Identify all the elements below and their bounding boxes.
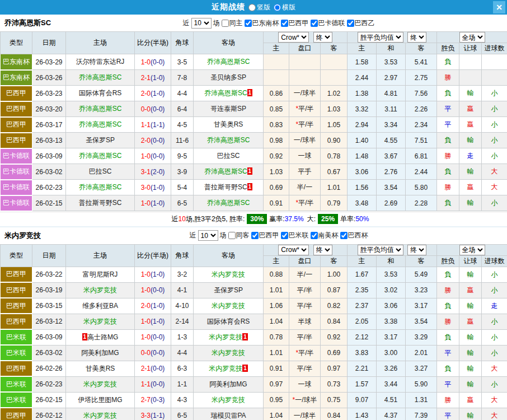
wdl-group-header: 胜平负均值 终 bbox=[348, 244, 437, 255]
corner-count: 4-1 bbox=[171, 282, 194, 298]
layout-horizontal-option[interactable]: 横版 bbox=[274, 3, 295, 12]
league-label: 巴西甲 bbox=[289, 18, 309, 28]
league-checkbox[interactable] bbox=[281, 232, 288, 239]
home-team-cell: 米内罗竞技 bbox=[66, 376, 135, 392]
league-checkbox[interactable] bbox=[347, 20, 354, 27]
league-filter-option[interactable]: 巴西甲 bbox=[251, 231, 279, 240]
league-filter-option[interactable]: 巴西乙 bbox=[347, 18, 375, 28]
close-button[interactable]: ✕ bbox=[493, 1, 505, 13]
col-handicap-line: 盘口 bbox=[289, 43, 321, 54]
league-filter-option[interactable]: 巴米联 bbox=[281, 231, 309, 240]
col-odds-draw: 和 bbox=[377, 255, 406, 267]
league-filter-option[interactable]: 巴西杯 bbox=[340, 231, 368, 240]
layout-vertical-option[interactable]: 竖版 bbox=[248, 3, 270, 12]
handicap-away-odds bbox=[321, 54, 348, 70]
handicap-line: 平/半 bbox=[289, 361, 321, 376]
handicap-line-text: 一球 bbox=[298, 380, 312, 388]
table-row: 巴米联 26-03-02 阿美利加MG 0-0(0-0) 4-4 米内罗竞技 1… bbox=[1, 345, 507, 361]
bookmaker-select[interactable]: Crow* bbox=[278, 32, 309, 43]
scope-select[interactable]: 全场 bbox=[459, 32, 485, 43]
corner-count: 4-4 bbox=[171, 345, 194, 361]
same-venue-option[interactable]: 同客 bbox=[228, 231, 250, 240]
fulltime-score: 0-0 bbox=[141, 349, 151, 357]
wdl-average-select[interactable]: 胜平负均值 bbox=[358, 245, 403, 255]
match-date: 26-03-13 bbox=[32, 133, 66, 148]
odds-away: 2.01 bbox=[406, 345, 437, 361]
match-count-select[interactable]: 10 bbox=[198, 230, 218, 241]
league-checkbox[interactable] bbox=[251, 232, 259, 239]
home-team-cell: 米内罗竞技 bbox=[66, 408, 135, 420]
scope-select[interactable]: 全场 bbox=[459, 245, 485, 255]
result-goals: 小 bbox=[482, 267, 507, 282]
league-badge: 巴东南杯 bbox=[1, 70, 32, 86]
league-checkbox[interactable] bbox=[245, 20, 252, 27]
corner-count: 4-5 bbox=[171, 117, 194, 133]
result-handicap: 贏 bbox=[459, 101, 482, 117]
odds-draw: 3.38 bbox=[377, 314, 406, 329]
odds-away: 3.27 bbox=[406, 361, 437, 376]
home-team: 乔沛高恩斯SC bbox=[79, 105, 122, 113]
handicap-home-odds: 1.04 bbox=[264, 408, 289, 420]
near-label: 近 bbox=[183, 18, 190, 28]
result-outcome: 負 bbox=[437, 195, 459, 211]
odds-home: 3.32 bbox=[348, 101, 377, 117]
same-venue-checkbox[interactable] bbox=[228, 232, 236, 239]
same-venue-checkbox[interactable] bbox=[222, 20, 229, 27]
home-team: 圣保罗SP bbox=[86, 136, 115, 144]
league-label: 巴米联 bbox=[289, 231, 309, 240]
col-date: 日期 bbox=[32, 244, 66, 267]
corner-count: 7-8 bbox=[171, 70, 194, 86]
col-goals-result: 进球数 bbox=[482, 43, 507, 54]
league-checkbox[interactable] bbox=[340, 232, 348, 239]
final-odds-select[interactable]: 终 bbox=[407, 32, 426, 43]
league-checkbox[interactable] bbox=[281, 20, 288, 27]
same-venue-option[interactable]: 同主 bbox=[222, 18, 243, 28]
handicap-line-text: 一球 bbox=[298, 152, 312, 160]
handicap-line-text: 一/球半 bbox=[295, 396, 317, 404]
vertical-layout-radio[interactable] bbox=[248, 4, 256, 11]
result-handicap: 輸 bbox=[459, 361, 482, 376]
halftime-score: (1-0) bbox=[151, 199, 165, 207]
table-row: 巴东南杯 26-03-29 沃尔特雷东达RJ 1-0(0-0) 3-5 乔沛高恩… bbox=[1, 54, 507, 70]
handicap-away-odds: 0.75 bbox=[321, 392, 348, 408]
home-team-cell: 伊塔比里图MG bbox=[66, 392, 135, 408]
same-venue-label: 同客 bbox=[236, 231, 250, 240]
odds-draw: 3.02 bbox=[377, 282, 406, 298]
league-filter-option[interactable]: 巴西甲 bbox=[281, 18, 309, 28]
results-table: 类型 日期 主场 比分(半场) 角球 客场 Crow* 终 胜平负均值 终 bbox=[0, 31, 507, 212]
corner-count: 6-4 bbox=[171, 101, 194, 117]
wdl-average-select[interactable]: 胜平负均值 bbox=[358, 32, 403, 43]
league-badge: 巴米联 bbox=[1, 376, 32, 392]
league-label: 南美杯 bbox=[318, 231, 339, 240]
league-filter-option[interactable]: 巴东南杯 bbox=[245, 18, 279, 28]
match-count-select[interactable]: 10 bbox=[191, 18, 212, 29]
match-date: 26-03-17 bbox=[32, 117, 66, 133]
away-team: 米内罗竞技 bbox=[212, 302, 245, 310]
halftime-score: (1-0) bbox=[151, 184, 165, 192]
bookmaker-select[interactable]: Crow* bbox=[278, 245, 309, 255]
final-odds-select[interactable]: 终 bbox=[313, 245, 332, 255]
results-table: 类型 日期 主场 比分(半场) 角球 客场 Crow* 终 胜平负均值 终 bbox=[0, 244, 507, 420]
result-handicap: 走 bbox=[459, 148, 482, 164]
away-team-cell: 乔沛高恩斯SC1 bbox=[194, 86, 264, 101]
final-odds-select[interactable]: 终 bbox=[407, 245, 426, 255]
odds-draw: 3.53 bbox=[377, 267, 406, 282]
handicap-line-text: 一/球半 bbox=[294, 136, 316, 144]
handicap-away-odds: 1.03 bbox=[321, 101, 348, 117]
league-badge: 巴西甲 bbox=[1, 408, 32, 420]
home-team: 乔沛高恩斯SC bbox=[79, 120, 122, 128]
league-checkbox[interactable] bbox=[311, 20, 318, 27]
odds-away: 7.39 bbox=[406, 408, 437, 420]
away-team-cell: 圣保罗SP bbox=[194, 282, 264, 298]
col-score: 比分(半场) bbox=[135, 32, 171, 54]
horizontal-layout-radio[interactable] bbox=[274, 4, 281, 11]
table-row: 巴卡德联 26-03-02 巴拉SC 3-1(2-0) 3-9 乔沛高恩斯SC1… bbox=[1, 164, 507, 180]
league-checkbox[interactable] bbox=[311, 232, 318, 239]
result-goals: 小 bbox=[482, 329, 507, 345]
handicap-line: 平/半 bbox=[289, 282, 321, 298]
table-row: 巴西甲 26-03-20 乔沛高恩斯SC 0-0(0-0) 6-4 哥连泰斯SP… bbox=[1, 101, 507, 117]
league-filter-option[interactable]: 南美杯 bbox=[311, 231, 339, 240]
handicap-line-text: 平/半 bbox=[297, 286, 312, 294]
final-odds-select[interactable]: 终 bbox=[313, 32, 332, 43]
league-filter-option[interactable]: 巴卡德联 bbox=[311, 18, 345, 28]
